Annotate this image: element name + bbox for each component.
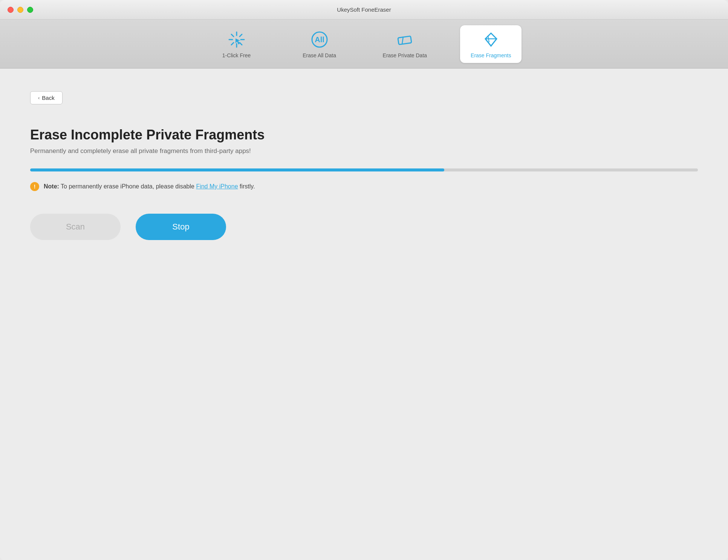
svg-text:All: All (315, 35, 324, 44)
find-my-iphone-link[interactable]: Find My iPhone (196, 183, 238, 190)
progress-bar-container (30, 168, 698, 171)
section-subtitle: Permanently and completely erase all pri… (30, 147, 698, 155)
svg-line-6 (240, 34, 242, 37)
minimize-button[interactable] (17, 7, 23, 13)
back-button-label: Back (42, 95, 54, 101)
progress-bar-fill (30, 168, 444, 171)
note-prefix: Note: (44, 183, 59, 190)
tab-one-click-label: 1-Click Free (222, 52, 251, 58)
svg-rect-10 (398, 36, 411, 44)
button-row: Scan Stop (30, 214, 698, 240)
app-window: UkeySoft FoneEraser (0, 0, 728, 560)
back-chevron-icon: ‹ (38, 95, 40, 101)
section-title: Erase Incomplete Private Fragments (30, 127, 698, 143)
tab-erase-fragments[interactable]: Erase Fragments (460, 25, 522, 63)
svg-line-5 (240, 43, 242, 45)
scan-button[interactable]: Scan (30, 214, 121, 240)
one-click-icon (227, 30, 246, 49)
note-suffix: firstly. (238, 183, 255, 190)
window-title: UkeySoft FoneEraser (337, 6, 391, 13)
note-body: To permanently erase iPhone data, please… (59, 183, 196, 190)
stop-button[interactable]: Stop (136, 214, 226, 240)
note-text: Note: To permanently erase iPhone data, … (44, 183, 255, 190)
back-button[interactable]: ‹ Back (30, 91, 63, 104)
tab-erase-private[interactable]: Erase Private Data (372, 25, 438, 63)
erase-fragments-icon (481, 30, 501, 49)
erase-private-icon (395, 30, 414, 49)
tab-one-click[interactable]: 1-Click Free (206, 25, 267, 63)
note-row: ! Note: To permanently erase iPhone data… (30, 182, 698, 191)
title-bar: UkeySoft FoneEraser (0, 0, 728, 20)
close-button[interactable] (8, 7, 14, 13)
main-content: ‹ Back Erase Incomplete Private Fragment… (0, 69, 728, 560)
maximize-button[interactable] (27, 7, 33, 13)
tab-erase-all[interactable]: All Erase All Data (289, 25, 350, 63)
svg-line-4 (231, 34, 234, 37)
warning-icon: ! (30, 182, 39, 191)
tab-erase-all-label: Erase All Data (303, 52, 336, 58)
traffic-lights (8, 7, 33, 13)
tab-bar: 1-Click Free All Erase All Data Erase (0, 20, 728, 69)
tab-erase-fragments-label: Erase Fragments (471, 52, 511, 58)
erase-all-icon: All (310, 30, 329, 49)
svg-line-7 (231, 43, 234, 45)
tab-erase-private-label: Erase Private Data (383, 52, 427, 58)
